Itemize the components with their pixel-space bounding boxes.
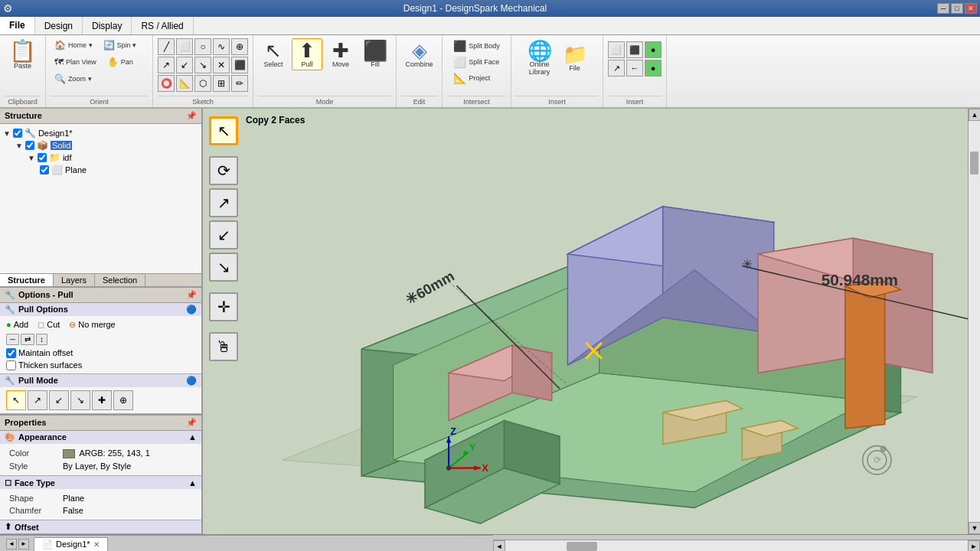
sketch-btn-12[interactable]: 📐 [176, 75, 193, 92]
tree-check-solid[interactable] [25, 141, 34, 150]
pull-mode-btn-1[interactable]: ↖ [6, 390, 26, 410]
home-button[interactable]: 🏠 Home ▾ [51, 38, 96, 52]
menu-design[interactable]: Design [35, 17, 83, 34]
pull-mode-btn-3[interactable]: ↙ [49, 390, 69, 410]
split-face-button[interactable]: ⬜ Split Face [449, 54, 503, 70]
extra-btn-3[interactable]: ● [645, 41, 662, 58]
tree-toggle-design1[interactable]: ▼ [3, 129, 11, 138]
vertical-scrollbar[interactable]: ▲ ▼ [968, 109, 980, 534]
props-pin[interactable]: 📌 [186, 418, 197, 428]
tab-scroll-right[interactable]: ► [18, 539, 29, 549]
sketch-btn-14[interactable]: ⊞ [213, 75, 230, 92]
scroll-right-button[interactable]: ► [968, 540, 980, 552]
extra-btn-2[interactable]: ⬛ [626, 41, 643, 58]
cut-radio[interactable]: ◻ Cut [38, 320, 60, 330]
tab-close-btn[interactable]: ✕ [93, 540, 100, 549]
sketch-btn-10[interactable]: ⬛ [231, 57, 248, 73]
paste-button[interactable]: 📋 Paste [5, 38, 40, 72]
maximize-button[interactable]: □ [951, 3, 963, 14]
tab-structure[interactable]: Structure [0, 274, 54, 286]
tab-layers[interactable]: Layers [54, 274, 95, 286]
select-button[interactable]: ↖ Select [258, 38, 289, 70]
pull-mode-btn-6[interactable]: ⊕ [113, 390, 133, 410]
add-radio[interactable]: ● Add [6, 320, 28, 329]
sketch-btn-6[interactable]: ↗ [158, 57, 175, 73]
tree-item-idf[interactable]: ▼ 📁 idf [3, 152, 198, 164]
offset-header[interactable]: ⬆ Offset [0, 520, 201, 533]
scroll-track-h[interactable] [505, 540, 968, 552]
scroll-up-button[interactable]: ▲ [969, 109, 980, 121]
file-button[interactable]: 📁 File [559, 38, 591, 78]
menu-file[interactable]: File [0, 17, 35, 34]
tool-btn-2[interactable]: ⇄ [21, 334, 34, 345]
tree-toggle-solid[interactable]: ▼ [15, 142, 23, 150]
sketch-btn-15[interactable]: ✏ [231, 75, 248, 92]
sketch-btn-3[interactable]: ○ [194, 38, 211, 55]
plan-view-button[interactable]: 🗺 Plan View [51, 55, 100, 69]
move-button[interactable]: ✚ Move [325, 38, 356, 70]
pull-mode-btn-4[interactable]: ↘ [70, 390, 90, 410]
pull-mode-btn-2[interactable]: ↗ [28, 390, 47, 410]
split-body-button[interactable]: ⬛ Split Body [449, 38, 504, 54]
combine-button[interactable]: ◈ Combine [401, 38, 436, 70]
sketch-btn-2[interactable]: ⬜ [176, 38, 193, 55]
sketch-btn-9[interactable]: ✕ [213, 57, 230, 73]
sketch-btn-11[interactable]: ⭕ [158, 75, 175, 92]
pan-button[interactable]: ✋ Pan [103, 55, 137, 69]
structure-pin[interactable]: 📌 [186, 111, 197, 121]
scroll-left-button[interactable]: ◄ [493, 540, 505, 552]
extra-btn-6[interactable]: ● [645, 60, 662, 77]
horizontal-scrollbar[interactable]: ◄ ► [493, 540, 980, 551]
scroll-thumb-h[interactable] [567, 542, 597, 551]
zoom-button[interactable]: 🔍 Zoom ▾ [51, 72, 96, 86]
tree-item-design1[interactable]: ▼ 🔧 Design1* [3, 127, 198, 139]
sketch-btn-13[interactable]: ⬡ [194, 75, 211, 92]
menu-display[interactable]: Display [83, 17, 132, 34]
tree-item-solid[interactable]: ▼ 📦 Solid [3, 139, 198, 152]
sketch-btn-4[interactable]: ∿ [213, 38, 230, 55]
extra-btn-4[interactable]: ↗ [608, 60, 625, 77]
sketch-btn-5[interactable]: ⊕ [231, 38, 248, 55]
appearance-header[interactable]: 🎨 Appearance ▲ [0, 431, 201, 444]
sketch-btn-8[interactable]: ↘ [194, 57, 211, 73]
sketch-btn-7[interactable]: ↙ [176, 57, 193, 73]
extra-btn-1[interactable]: ⬜ [608, 41, 625, 58]
pull-options-header[interactable]: 🔧 Pull Options 🔵 [0, 303, 201, 316]
close-button[interactable]: ✕ [965, 3, 977, 14]
tree-check-design1[interactable] [13, 129, 22, 138]
options-pin[interactable]: 📌 [186, 290, 197, 300]
scroll-track-v[interactable] [969, 121, 980, 522]
viewport[interactable]: ↖ ⟳ ↗ ↙ ↘ ✛ 🖱 Copy 2 Faces [203, 109, 980, 534]
pull-options-collapse[interactable]: 🔵 [186, 305, 197, 315]
maintain-offset-input[interactable] [6, 348, 16, 358]
minimize-button[interactable]: ─ [937, 3, 949, 14]
pull-mode-btn-5[interactable]: ✚ [92, 390, 112, 410]
scroll-thumb-v[interactable] [970, 152, 978, 174]
scroll-down-button[interactable]: ▼ [969, 522, 980, 534]
tree-toggle-idf[interactable]: ▼ [28, 154, 35, 162]
face-type-header[interactable]: ◻ Face Type ▲ [0, 476, 201, 489]
thicken-surfaces-checkbox[interactable]: Thicken surfaces [6, 360, 195, 370]
tab-selection[interactable]: Selection [95, 274, 145, 286]
pull-mode-collapse[interactable]: 🔵 [186, 376, 197, 386]
project-button[interactable]: 📐 Project [449, 70, 494, 86]
tree-check-idf[interactable] [38, 153, 47, 162]
face-type-expand[interactable]: ▲ [188, 478, 197, 487]
tool-btn-1[interactable]: ─ [6, 334, 19, 345]
tab-design1[interactable]: 📄 Design1* ✕ [34, 537, 108, 551]
maintain-offset-checkbox[interactable]: Maintain offset [6, 348, 195, 358]
fill-button[interactable]: ⬛ Fill [359, 38, 391, 70]
thicken-surfaces-input[interactable] [6, 360, 16, 370]
pull-button[interactable]: ⬆ Pull [292, 38, 322, 70]
menu-rs-allied[interactable]: RS / Allied [132, 17, 193, 34]
sketch-btn-1[interactable]: ╱ [158, 38, 175, 55]
pull-mode-header[interactable]: 🔧 Pull Mode 🔵 [0, 374, 201, 387]
tab-scroll-left[interactable]: ◄ [6, 539, 17, 549]
tree-item-plane[interactable]: ⬜ Plane [3, 164, 198, 176]
tool-btn-3[interactable]: ↕ [36, 334, 47, 345]
tree-check-plane[interactable] [40, 165, 49, 174]
online-library-button[interactable]: 🌐 OnlineLibrary [524, 38, 556, 78]
nomerge-radio[interactable]: ⊖ No merge [69, 320, 115, 330]
extra-btn-5[interactable]: ← [626, 60, 643, 77]
appearance-expand[interactable]: ▲ [188, 432, 197, 442]
